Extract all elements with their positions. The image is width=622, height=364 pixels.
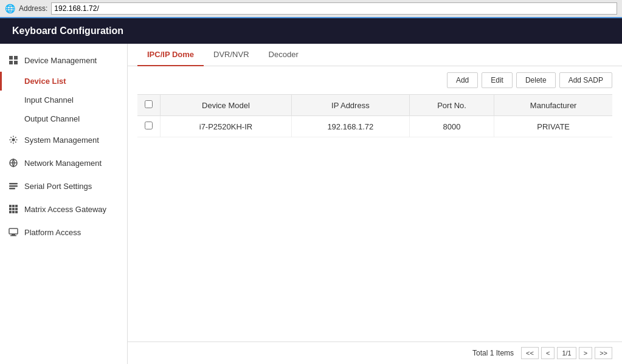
sidebar: Device Management Device List Input Chan… bbox=[0, 44, 128, 364]
svg-rect-14 bbox=[12, 208, 15, 210]
row-port-no: 8000 bbox=[409, 116, 494, 137]
row-checkbox-col bbox=[137, 116, 161, 137]
svg-rect-20 bbox=[12, 234, 15, 235]
svg-rect-7 bbox=[9, 183, 18, 185]
input-channel-label: Input Channel bbox=[24, 95, 74, 105]
sidebar-item-network-management[interactable]: Network Management bbox=[0, 151, 127, 174]
row-ip-address: 192.168.1.72 bbox=[291, 116, 409, 137]
svg-rect-21 bbox=[10, 235, 16, 236]
output-channel-label: Output Channel bbox=[24, 114, 80, 123]
tab-ipc-ip-dome[interactable]: IPC/IP Dome bbox=[137, 44, 204, 66]
address-label: Address: bbox=[19, 4, 47, 13]
select-all-checkbox[interactable] bbox=[145, 100, 153, 108]
svg-rect-1 bbox=[14, 56, 18, 60]
gear-icon bbox=[7, 134, 19, 146]
address-input[interactable] bbox=[51, 2, 617, 15]
svg-rect-3 bbox=[14, 61, 18, 64]
row-manufacturer: PRIVATE bbox=[494, 116, 612, 137]
last-page-button[interactable]: >> bbox=[595, 347, 612, 359]
content-area: IPC/IP Dome DVR/NVR Decoder Add Edit Del… bbox=[128, 44, 622, 364]
device-table-container: Device Model IP Address Port No. Manufac… bbox=[128, 94, 622, 342]
matrix-icon bbox=[7, 203, 19, 215]
sidebar-item-device-management[interactable]: Device Management bbox=[0, 49, 127, 72]
prev-page-button[interactable]: < bbox=[541, 347, 555, 359]
first-page-button[interactable]: << bbox=[521, 347, 539, 359]
svg-point-4 bbox=[12, 139, 15, 142]
svg-rect-10 bbox=[9, 205, 12, 207]
table-row: i7-P2520KH-IR 192.168.1.72 8000 PRIVATE bbox=[137, 116, 612, 137]
row-checkbox[interactable] bbox=[145, 122, 153, 129]
sidebar-item-system-management[interactable]: System Management bbox=[0, 128, 127, 151]
col-device-model: Device Model bbox=[161, 95, 292, 116]
col-port-no: Port No. bbox=[409, 95, 494, 116]
svg-rect-0 bbox=[9, 56, 13, 60]
tabs-bar: IPC/IP Dome DVR/NVR Decoder bbox=[128, 44, 622, 66]
network-icon bbox=[7, 157, 19, 169]
pagination-bar: Total 1 Items << < 1/1 > >> bbox=[128, 342, 622, 364]
grid-icon bbox=[7, 54, 19, 66]
sidebar-item-platform-access[interactable]: Platform Access bbox=[0, 221, 127, 244]
add-button[interactable]: Add bbox=[447, 72, 478, 88]
matrix-access-gateway-label: Matrix Access Gateway bbox=[24, 205, 106, 214]
system-management-label: System Management bbox=[24, 136, 99, 145]
network-management-label: Network Management bbox=[24, 159, 102, 168]
app-container: Keyboard Configuration Device Management… bbox=[0, 18, 622, 364]
address-bar: 🌐 Address: bbox=[0, 0, 622, 18]
svg-rect-13 bbox=[9, 208, 12, 210]
sidebar-item-output-channel[interactable]: Output Channel bbox=[0, 109, 127, 128]
sidebar-item-input-channel[interactable]: Input Channel bbox=[0, 91, 127, 109]
row-device-model: i7-P2520KH-IR bbox=[161, 116, 292, 137]
select-all-col bbox=[137, 95, 161, 116]
col-ip-address: IP Address bbox=[291, 95, 409, 116]
next-page-button[interactable]: > bbox=[579, 347, 592, 359]
svg-rect-2 bbox=[9, 61, 13, 64]
svg-rect-8 bbox=[9, 185, 18, 187]
svg-rect-12 bbox=[15, 205, 18, 207]
edit-button[interactable]: Edit bbox=[482, 72, 513, 88]
tab-decoder[interactable]: Decoder bbox=[259, 44, 308, 66]
toolbar: Add Edit Delete Add SADP bbox=[128, 66, 622, 94]
globe-icon: 🌐 bbox=[5, 4, 15, 13]
main-layout: Device Management Device List Input Chan… bbox=[0, 44, 622, 364]
device-list-label: Device List bbox=[24, 77, 66, 86]
delete-button[interactable]: Delete bbox=[516, 72, 556, 88]
current-page-label: 1/1 bbox=[557, 347, 576, 359]
device-table: Device Model IP Address Port No. Manufac… bbox=[137, 94, 612, 137]
platform-access-label: Platform Access bbox=[24, 228, 81, 237]
table-header-row: Device Model IP Address Port No. Manufac… bbox=[137, 95, 612, 116]
sidebar-device-management-label: Device Management bbox=[24, 56, 97, 65]
add-sadp-button[interactable]: Add SADP bbox=[559, 72, 612, 88]
svg-rect-9 bbox=[9, 188, 15, 190]
sidebar-item-matrix-access-gateway[interactable]: Matrix Access Gateway bbox=[0, 197, 127, 221]
sidebar-item-serial-port-settings[interactable]: Serial Port Settings bbox=[0, 174, 127, 197]
serial-port-settings-label: Serial Port Settings bbox=[24, 182, 92, 191]
total-items-label: Total 1 Items bbox=[472, 349, 514, 357]
sidebar-item-device-list[interactable]: Device List bbox=[0, 72, 127, 91]
svg-rect-18 bbox=[15, 211, 18, 213]
serial-icon bbox=[7, 180, 19, 192]
tab-dvr-nvr[interactable]: DVR/NVR bbox=[204, 44, 259, 66]
app-header: Keyboard Configuration bbox=[0, 18, 622, 44]
svg-rect-17 bbox=[12, 211, 15, 213]
svg-rect-15 bbox=[15, 208, 18, 210]
col-manufacturer: Manufacturer bbox=[494, 95, 612, 116]
app-title: Keyboard Configuration bbox=[12, 26, 123, 36]
platform-icon bbox=[7, 226, 19, 238]
svg-rect-16 bbox=[9, 211, 12, 213]
svg-rect-11 bbox=[12, 205, 15, 207]
svg-rect-19 bbox=[9, 228, 18, 234]
